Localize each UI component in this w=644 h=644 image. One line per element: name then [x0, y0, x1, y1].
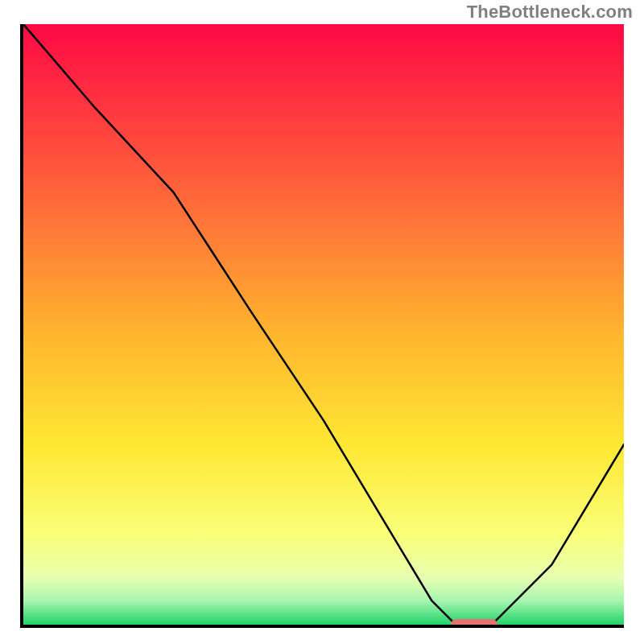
optimal-marker	[451, 619, 497, 628]
bottleneck-curve	[23, 24, 624, 625]
watermark-text: TheBottleneck.com	[467, 2, 633, 23]
plot-area	[20, 24, 624, 628]
chart-stage: TheBottleneck.com	[0, 0, 644, 644]
